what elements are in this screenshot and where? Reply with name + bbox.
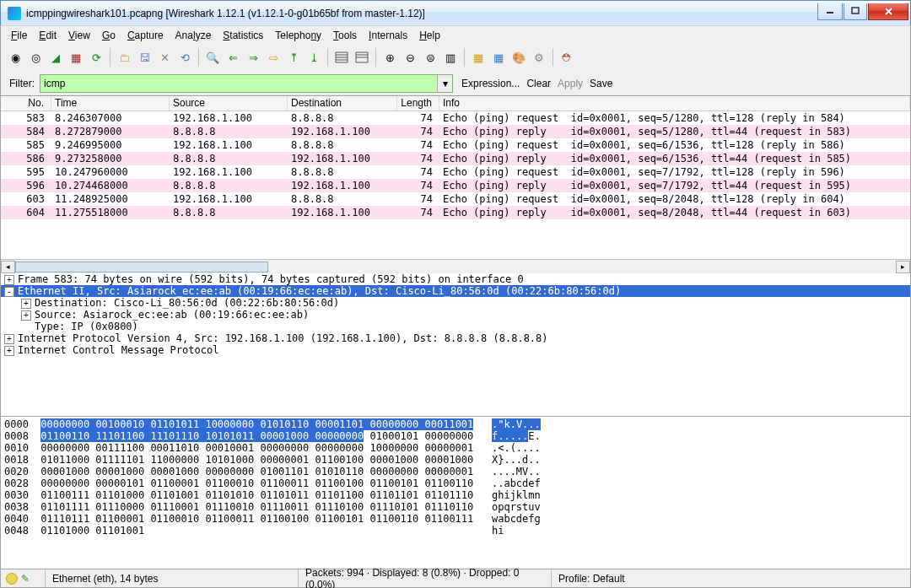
- packet-row[interactable]: 5838.246307000192.168.1.1008.8.8.874Echo…: [1, 111, 910, 125]
- edit-capture-comment-icon[interactable]: ✎: [21, 573, 30, 585]
- hex-line[interactable]: 0010 00000000 00111100 00011010 00010001…: [4, 442, 907, 454]
- menu-edit[interactable]: Edit: [34, 28, 62, 43]
- window-maximize-button[interactable]: [844, 3, 867, 20]
- interfaces-icon[interactable]: ◉: [6, 48, 24, 67]
- packet-row[interactable]: 5859.246995000192.168.1.1008.8.8.874Echo…: [1, 138, 910, 152]
- column-no[interactable]: No.: [1, 96, 51, 111]
- packet-row[interactable]: 59510.247960000192.168.1.1008.8.8.874Ech…: [1, 165, 910, 179]
- packet-list-header[interactable]: No. Time Source Destination Length Info: [1, 96, 910, 111]
- tree-node[interactable]: Type: IP (0x0800): [1, 321, 910, 332]
- hex-line[interactable]: 0040 01110111 01100001 01100010 01100011…: [4, 513, 907, 525]
- options-icon[interactable]: ◎: [26, 48, 45, 67]
- hex-line[interactable]: 0020 00001000 00001000 00001000 00000000…: [4, 466, 907, 477]
- tree-node[interactable]: +Internet Protocol Version 4, Src: 192.1…: [1, 332, 910, 344]
- filter-action-clear[interactable]: Clear: [523, 78, 554, 89]
- help-icon[interactable]: ⛑: [558, 48, 576, 67]
- scroll-thumb[interactable]: [15, 262, 268, 272]
- zoom-out-icon[interactable]: ⊖: [401, 48, 419, 67]
- menu-file[interactable]: File: [6, 28, 32, 43]
- hex-line[interactable]: 0000 00000000 00100010 01101011 10000000…: [4, 418, 907, 430]
- filter-action-save[interactable]: Save: [586, 78, 616, 89]
- hex-line[interactable]: 0030 01100111 01101000 01101001 01101010…: [4, 489, 907, 501]
- window-close-button[interactable]: [868, 3, 908, 20]
- colorize-icon[interactable]: [332, 48, 351, 67]
- tree-node[interactable]: +Frame 583: 74 bytes on wire (592 bits),…: [1, 273, 910, 285]
- zoom-in-icon[interactable]: ⊕: [380, 48, 399, 67]
- preferences-icon[interactable]: ⚙: [530, 48, 548, 67]
- menu-view[interactable]: View: [63, 28, 95, 43]
- tree-node[interactable]: +Destination: Cisco-Li_80:56:0d (00:22:6…: [1, 297, 910, 309]
- tree-expander-icon[interactable]: -: [4, 287, 14, 297]
- packet-details-pane[interactable]: +Frame 583: 74 bytes on wire (592 bits),…: [0, 273, 911, 417]
- packet-list-hscrollbar[interactable]: ◂ ▸: [1, 259, 910, 273]
- tree-expander-icon[interactable]: +: [21, 299, 31, 309]
- display-filters-icon[interactable]: ▦: [489, 48, 508, 67]
- packet-row[interactable]: 5848.2728790008.8.8.8192.168.1.10074Echo…: [1, 125, 910, 138]
- menu-internals[interactable]: Internals: [364, 28, 412, 43]
- resize-columns-icon[interactable]: ▥: [441, 48, 460, 67]
- column-source[interactable]: Source: [170, 96, 288, 111]
- column-length[interactable]: Length: [397, 96, 439, 111]
- main-toolbar: ◉ ◎ ◢ ▦ ⟳ 🗀 🖫 ✕ ⟲ 🔍 ⇐ ⇒ ⇨ ⤒ ⤓ ⊕ ⊖ ⊜ ▥ ▦ …: [0, 44, 911, 71]
- svg-rect-1: [852, 8, 859, 13]
- window-minimize-button[interactable]: [817, 3, 843, 20]
- packet-row[interactable]: 5869.2732580008.8.8.8192.168.1.10074Echo…: [1, 152, 910, 165]
- close-file-icon[interactable]: ✕: [155, 48, 174, 67]
- packet-row[interactable]: 60411.2755180008.8.8.8192.168.1.10074Ech…: [1, 206, 910, 219]
- scroll-right-button[interactable]: ▸: [896, 261, 910, 273]
- menu-capture[interactable]: Capture: [122, 28, 169, 43]
- hex-line[interactable]: 0038 01101111 01110000 01110001 01110010…: [4, 501, 907, 513]
- go-last-icon[interactable]: ⤓: [305, 48, 323, 67]
- tree-expander-icon[interactable]: +: [4, 275, 14, 285]
- open-file-icon[interactable]: 🗀: [115, 48, 133, 67]
- column-info[interactable]: Info: [439, 96, 910, 111]
- wireshark-icon: [8, 7, 21, 20]
- menu-help[interactable]: Help: [414, 28, 445, 43]
- packet-bytes-pane[interactable]: 0000 00000000 00100010 01101011 10000000…: [0, 417, 911, 569]
- hex-line[interactable]: 0028 00000000 00000101 01100001 01100010…: [4, 477, 907, 489]
- find-icon[interactable]: 🔍: [203, 48, 222, 67]
- expert-info-icon[interactable]: [6, 573, 18, 585]
- go-back-icon[interactable]: ⇐: [224, 48, 242, 67]
- menu-analyze[interactable]: Analyze: [170, 28, 217, 43]
- hex-line[interactable]: 0008 01100110 11101100 11101110 10101011…: [4, 430, 907, 442]
- save-file-icon[interactable]: 🖫: [135, 48, 154, 67]
- tree-node[interactable]: -Ethernet II, Src: Asiarock_ec:ee:ab (00…: [1, 285, 910, 297]
- tree-label: Internet Control Message Protocol: [18, 344, 218, 356]
- reload-icon[interactable]: ⟲: [175, 48, 194, 67]
- filter-action-expression[interactable]: Expression...: [458, 78, 523, 89]
- tree-expander-icon[interactable]: +: [4, 346, 14, 356]
- menu-telephony[interactable]: Telephony: [270, 28, 326, 43]
- zoom-reset-icon[interactable]: ⊜: [421, 48, 439, 67]
- display-filter-input[interactable]: [40, 78, 437, 89]
- tree-expander-icon[interactable]: +: [21, 310, 31, 321]
- go-forward-icon[interactable]: ⇒: [244, 48, 262, 67]
- restart-capture-icon[interactable]: ⟳: [87, 48, 105, 67]
- stop-capture-icon[interactable]: ▦: [67, 48, 85, 67]
- column-time[interactable]: Time: [51, 96, 170, 111]
- menu-tools[interactable]: Tools: [328, 28, 362, 43]
- menu-go[interactable]: Go: [97, 28, 121, 43]
- status-profile[interactable]: Profile: Default: [558, 573, 625, 585]
- go-to-packet-icon[interactable]: ⇨: [264, 48, 283, 67]
- packet-row[interactable]: 60311.248925000192.168.1.1008.8.8.874Ech…: [1, 192, 910, 206]
- column-destination[interactable]: Destination: [288, 96, 397, 111]
- packet-list-body[interactable]: 5838.246307000192.168.1.1008.8.8.874Echo…: [1, 111, 910, 259]
- tree-expander-icon[interactable]: +: [4, 334, 14, 344]
- go-first-icon[interactable]: ⤒: [284, 48, 303, 67]
- start-capture-icon[interactable]: ◢: [46, 48, 65, 67]
- coloring-rules-icon[interactable]: 🎨: [509, 48, 528, 67]
- filter-action-apply[interactable]: Apply: [554, 78, 586, 89]
- capture-filters-icon[interactable]: ▦: [469, 48, 488, 67]
- filter-dropdown-button[interactable]: ▾: [437, 75, 452, 92]
- scroll-left-button[interactable]: ◂: [1, 261, 15, 273]
- hex-line[interactable]: 0018 01011000 01111101 11000000 10101000…: [4, 454, 907, 466]
- tree-label: Destination: Cisco-Li_80:56:0d (00:22:6b…: [35, 297, 339, 309]
- hex-line[interactable]: 0048 01101000 01101001 hi: [4, 525, 907, 537]
- tree-node[interactable]: +Internet Control Message Protocol: [1, 344, 910, 356]
- tree-node[interactable]: +Source: Asiarock_ec:ee:ab (00:19:66:ec:…: [1, 309, 910, 321]
- auto-scroll-icon[interactable]: [353, 48, 371, 67]
- menu-statistics[interactable]: Statistics: [218, 28, 268, 43]
- packet-row[interactable]: 59610.2744680008.8.8.8192.168.1.10074Ech…: [1, 179, 910, 192]
- scroll-track[interactable]: [15, 261, 896, 273]
